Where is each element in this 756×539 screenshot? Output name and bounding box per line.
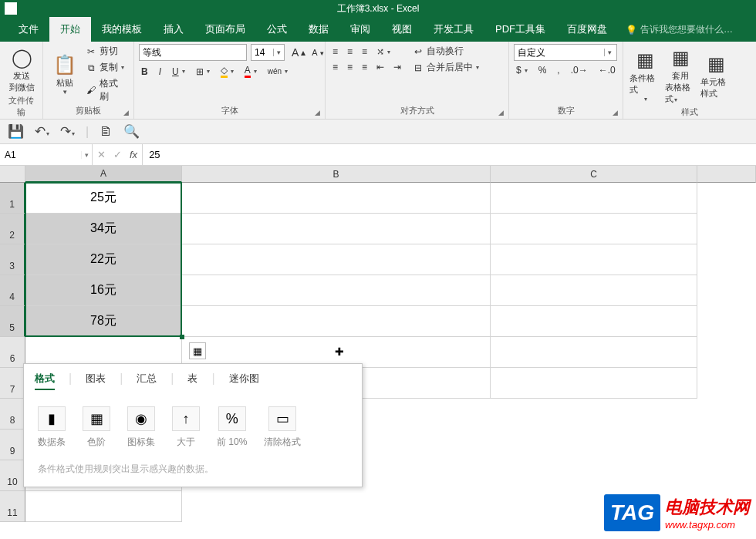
bold-button[interactable]: B: [139, 66, 150, 78]
cell-b2[interactable]: [182, 214, 491, 244]
paste-button[interactable]: 📋 粘贴 ▼: [48, 51, 81, 97]
print-preview-icon[interactable]: 🗎: [100, 124, 113, 140]
indent-increase-button[interactable]: ⇥: [391, 61, 403, 73]
cell-a2[interactable]: 34元: [25, 214, 182, 244]
dialog-launcher-icon[interactable]: ◢: [498, 109, 504, 116]
dialog-launcher-icon[interactable]: ◢: [315, 109, 320, 116]
number-format-combo[interactable]: ▾: [514, 44, 617, 61]
name-box[interactable]: ▾: [0, 144, 93, 165]
tab-developer[interactable]: 开发工具: [423, 17, 484, 42]
fill-color-button[interactable]: ◇▾: [218, 64, 236, 79]
quick-analysis-button[interactable]: ▦: [189, 342, 206, 359]
merge-center-button[interactable]: ⊟合并后居中▾: [410, 60, 481, 75]
fx-icon[interactable]: fx: [130, 149, 137, 160]
tab-home[interactable]: 开始: [49, 17, 91, 42]
tab-pdf[interactable]: PDF工具集: [484, 17, 556, 42]
cell-c4[interactable]: [491, 275, 697, 306]
qa-tab-chart[interactable]: 图表: [86, 372, 106, 390]
font-name-input[interactable]: [140, 47, 262, 58]
cell-b3[interactable]: [182, 244, 491, 275]
row-header-4[interactable]: 4: [0, 275, 25, 306]
cell-b4[interactable]: [182, 275, 491, 306]
row-header-9[interactable]: 9: [0, 430, 25, 460]
cell-c6[interactable]: [491, 337, 697, 368]
cell-c1[interactable]: [491, 183, 697, 214]
italic-button[interactable]: I: [157, 66, 164, 78]
cell-a1[interactable]: 25元: [25, 183, 182, 214]
tell-me-search[interactable]: 💡 告诉我您想要做什么…: [618, 18, 741, 42]
qa-tab-total[interactable]: 汇总: [137, 372, 157, 390]
indent-decrease-button[interactable]: ⇤: [374, 61, 386, 73]
row-header-8[interactable]: 8: [0, 399, 25, 430]
col-header-c[interactable]: C: [491, 166, 697, 183]
qa-tab-sparkline[interactable]: 迷你图: [229, 372, 259, 390]
percent-button[interactable]: %: [536, 64, 549, 76]
cell-c3[interactable]: [491, 244, 697, 275]
row-header-6[interactable]: 6: [0, 337, 25, 368]
underline-button[interactable]: U▾: [170, 66, 187, 78]
comma-button[interactable]: ,: [555, 64, 562, 76]
undo-icon[interactable]: ↶▾: [35, 123, 49, 140]
number-format-input[interactable]: [515, 47, 604, 58]
col-header-a[interactable]: A: [25, 166, 182, 183]
chevron-down-icon[interactable]: ▾: [81, 151, 92, 159]
cell-a11[interactable]: [25, 491, 182, 522]
chevron-down-icon[interactable]: ▾: [604, 49, 615, 56]
selection-handle[interactable]: [180, 335, 184, 339]
format-painter-button[interactable]: 🖌格式刷: [83, 76, 129, 104]
open-icon[interactable]: 🔍: [123, 123, 140, 140]
cell-a4[interactable]: 16元: [25, 275, 182, 306]
cell-b1[interactable]: [182, 183, 491, 214]
redo-icon[interactable]: ↷▾: [60, 123, 75, 140]
accounting-format-button[interactable]: $▾: [514, 64, 530, 76]
increase-decimal-button[interactable]: .0→: [569, 64, 590, 76]
cell-c7[interactable]: [491, 368, 697, 399]
name-box-input[interactable]: [0, 150, 81, 160]
select-all-corner[interactable]: [0, 166, 25, 183]
row-header-1[interactable]: 1: [0, 183, 25, 214]
tab-file[interactable]: 文件: [8, 17, 49, 42]
tab-review[interactable]: 审阅: [339, 17, 381, 42]
increase-font-button[interactable]: A▴: [289, 45, 308, 59]
qa-top10-button[interactable]: %前 10%: [217, 406, 247, 449]
cell-c5[interactable]: [491, 306, 697, 337]
chevron-down-icon[interactable]: ▾: [273, 49, 284, 56]
cell-b5[interactable]: [182, 306, 491, 337]
phonetic-button[interactable]: wén▾: [265, 66, 290, 76]
tab-pagelayout[interactable]: 页面布局: [194, 17, 256, 42]
tab-formulas[interactable]: 公式: [256, 17, 298, 42]
row-header-10[interactable]: 10: [0, 460, 25, 491]
col-header-d[interactable]: [697, 166, 756, 183]
dialog-launcher-icon[interactable]: ◢: [123, 109, 129, 116]
cut-button[interactable]: ✂剪切: [83, 44, 129, 59]
font-size-combo[interactable]: ▾: [251, 44, 285, 61]
align-middle-button[interactable]: ≡: [345, 45, 355, 58]
qa-tab-format[interactable]: 格式: [35, 372, 55, 390]
qa-clear-button[interactable]: ▭清除格式: [264, 406, 301, 449]
save-icon[interactable]: 💾: [8, 123, 24, 140]
qa-tab-table[interactable]: 表: [187, 372, 197, 390]
row-header-3[interactable]: 3: [0, 244, 25, 275]
col-header-b[interactable]: B: [182, 166, 491, 183]
enter-icon[interactable]: ✓: [113, 149, 122, 160]
align-left-button[interactable]: ≡: [330, 61, 340, 73]
tab-data[interactable]: 数据: [298, 17, 339, 42]
decrease-decimal-button[interactable]: ←.0: [596, 64, 618, 76]
font-size-input[interactable]: [251, 47, 273, 58]
qa-databar-button[interactable]: ▮数据条: [38, 406, 66, 449]
dialog-launcher-icon[interactable]: ◢: [613, 109, 618, 116]
cell-a3[interactable]: 22元: [25, 244, 182, 275]
row-header-2[interactable]: 2: [0, 214, 25, 244]
align-center-button[interactable]: ≡: [345, 61, 355, 73]
decrease-font-button[interactable]: A▾: [309, 47, 326, 58]
wrap-text-button[interactable]: ↩自动换行: [410, 44, 481, 59]
align-bottom-button[interactable]: ≡: [359, 45, 370, 58]
qa-greater-button[interactable]: ↑大于: [172, 406, 200, 449]
align-right-button[interactable]: ≡: [359, 61, 370, 73]
border-button[interactable]: ⊞▾: [194, 66, 212, 78]
cell-c2[interactable]: [491, 214, 697, 244]
font-color-button[interactable]: A▾: [242, 64, 259, 79]
cell-styles-button[interactable]: ▦ 单元格样式: [699, 50, 733, 101]
font-name-combo[interactable]: ▾: [139, 44, 247, 61]
qa-iconset-button[interactable]: ◉图标集: [127, 406, 155, 449]
